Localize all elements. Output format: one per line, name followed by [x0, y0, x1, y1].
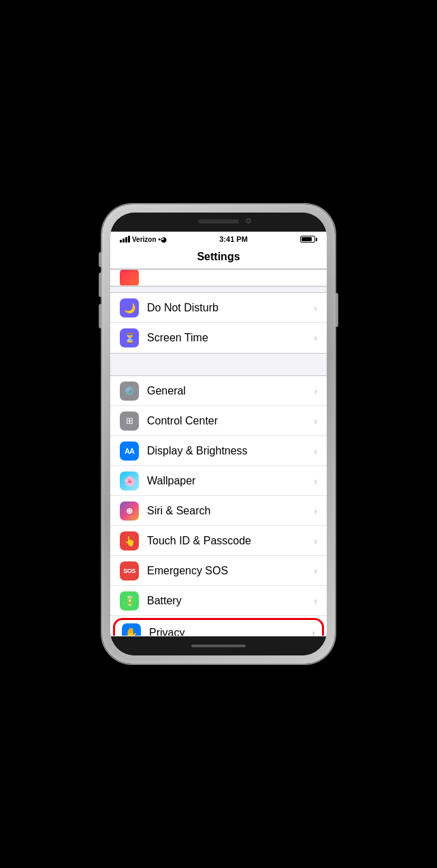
volume-up-button [99, 273, 102, 297]
privacy-chevron: › [312, 627, 315, 636]
wifi-icon: •◕ [159, 236, 167, 243]
signal-bar-1 [120, 240, 122, 243]
display-brightness-chevron: › [314, 446, 317, 456]
wallpaper-label: Wallpaper [147, 475, 314, 487]
settings-row-general[interactable]: ⚙️ General › [110, 376, 327, 406]
settings-group-top: 🌙 Do Not Disturb › ⏳ Screen Time › [110, 292, 327, 354]
status-time: 3:41 PM [219, 235, 248, 243]
display-brightness-label: Display & Brightness [147, 445, 314, 457]
privacy-row-container: ✋ Privacy › [110, 618, 327, 636]
phone-screen: Verizon •◕ 3:41 PM Settings [110, 213, 327, 655]
status-right [300, 236, 317, 243]
wallpaper-chevron: › [314, 476, 317, 486]
scroll-content[interactable]: 🌙 Do Not Disturb › ⏳ Screen Time › [110, 269, 327, 636]
status-left: Verizon •◕ [120, 236, 167, 243]
emergency-sos-chevron: › [314, 565, 317, 576]
signal-bar-2 [123, 238, 125, 243]
power-button [335, 293, 338, 327]
signal-bars [120, 236, 130, 243]
siri-search-chevron: › [314, 506, 317, 516]
home-indicator [191, 645, 246, 647]
control-center-label: Control Center [147, 415, 314, 427]
screen-time-label: Screen Time [147, 332, 314, 344]
settings-row-do-not-disturb[interactable]: 🌙 Do Not Disturb › [110, 293, 327, 323]
settings-row-screen-time[interactable]: ⏳ Screen Time › [110, 323, 327, 353]
control-center-icon: ⊞ [120, 412, 139, 431]
section-gap-2 [110, 354, 327, 375]
settings-row-emergency-sos[interactable]: SOS Emergency SOS › [110, 556, 327, 586]
wallpaper-icon: 🌸 [120, 471, 139, 491]
screen-time-icon: ⏳ [120, 328, 139, 347]
control-center-chevron: › [314, 416, 317, 427]
do-not-disturb-label: Do Not Disturb [147, 302, 314, 314]
touch-id-chevron: › [314, 536, 317, 546]
battery-chevron: › [314, 595, 317, 606]
emergency-sos-label: Emergency SOS [147, 565, 314, 577]
signal-bar-3 [125, 237, 127, 243]
bottom-bar [110, 636, 327, 655]
general-chevron: › [314, 386, 317, 397]
top-notch [110, 213, 327, 232]
privacy-icon: ✋ [122, 623, 141, 636]
partial-icon [120, 270, 139, 286]
touch-id-icon: 👆 [120, 531, 139, 551]
signal-bar-4 [128, 236, 130, 243]
display-brightness-icon: AA [120, 441, 139, 461]
settings-group-display: ⚙️ General › ⊞ Control Center › [110, 375, 327, 636]
settings-row-display-brightness[interactable]: AA Display & Brightness › [110, 436, 327, 466]
settings-row-privacy[interactable]: ✋ Privacy › [113, 618, 324, 636]
privacy-label: Privacy [149, 627, 312, 636]
settings-row-battery[interactable]: 🔋 Battery › [110, 586, 327, 616]
do-not-disturb-chevron: › [314, 303, 317, 313]
nav-bar: Settings [110, 247, 327, 269]
siri-search-icon: ⊛ [120, 501, 139, 521]
touch-id-label: Touch ID & Passcode [147, 535, 314, 547]
status-bar: Verizon •◕ 3:41 PM [110, 232, 327, 247]
emergency-sos-icon: SOS [120, 561, 139, 580]
battery-row-icon: 🔋 [120, 591, 139, 610]
section-gap-1 [110, 287, 327, 292]
screen-content: Verizon •◕ 3:41 PM Settings [110, 232, 327, 636]
settings-row-wallpaper[interactable]: 🌸 Wallpaper › [110, 466, 327, 496]
screen-time-chevron: › [314, 332, 317, 343]
settings-row-touch-id[interactable]: 👆 Touch ID & Passcode › [110, 526, 327, 556]
siri-search-label: Siri & Search [147, 505, 314, 517]
do-not-disturb-icon: 🌙 [120, 298, 139, 317]
volume-down-button [99, 304, 102, 328]
general-icon: ⚙️ [120, 382, 139, 401]
battery-label: Battery [147, 595, 314, 607]
general-label: General [147, 385, 314, 397]
settings-row-control-center[interactable]: ⊞ Control Center › [110, 406, 327, 436]
speaker [198, 219, 239, 223]
settings-row-siri-search[interactable]: ⊛ Siri & Search › [110, 496, 327, 526]
page-title: Settings [110, 251, 327, 263]
carrier-name: Verizon [132, 236, 157, 243]
partial-row [110, 270, 327, 286]
front-camera [246, 218, 251, 223]
phone-frame: Verizon •◕ 3:41 PM Settings [102, 204, 335, 664]
battery-icon [300, 236, 317, 243]
silent-switch [99, 252, 102, 267]
